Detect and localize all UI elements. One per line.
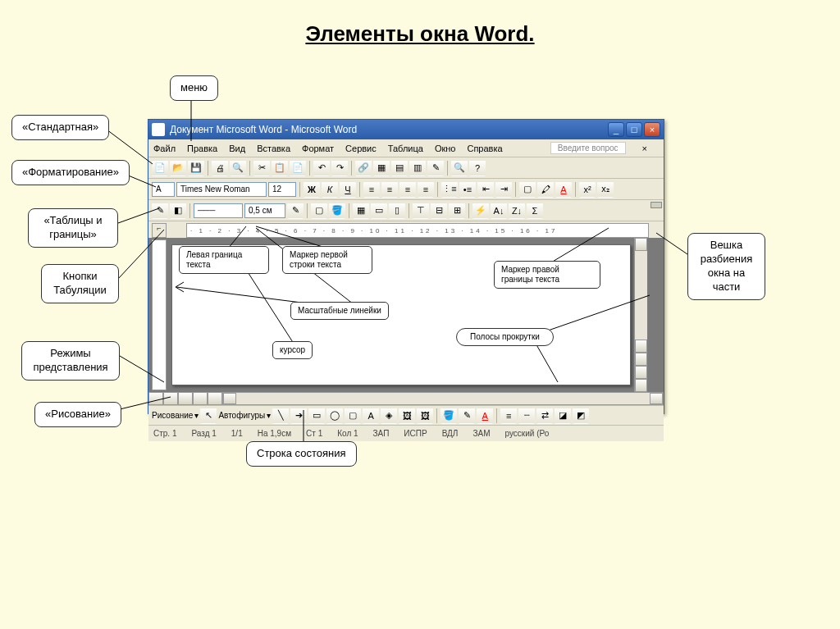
scroll-right-icon[interactable]	[650, 393, 663, 404]
select-icon[interactable]: ↖	[200, 408, 217, 424]
undo-icon[interactable]: ↶	[313, 160, 330, 176]
font-combo[interactable]: Times New Roman	[176, 182, 267, 197]
insert-table-icon[interactable]: ▦	[353, 203, 369, 219]
distribute-rows-icon[interactable]: ⊟	[431, 203, 447, 219]
standard-toolbar[interactable]: 📄 📂 💾 🖨 🔍 ✂ 📋 📄 ↶ ↷ 🔗 ▦ ▤ ▥ ✎ 🔍 ?	[148, 157, 664, 179]
preview-icon[interactable]: 🔍	[230, 160, 246, 176]
justify-icon[interactable]: ≡	[418, 181, 434, 198]
wordart-icon[interactable]: A	[363, 408, 379, 424]
menu-view[interactable]: Вид	[229, 144, 245, 153]
size-combo[interactable]: 12	[268, 182, 296, 197]
save-icon[interactable]: 💾	[188, 160, 204, 176]
autoformat-icon[interactable]: ⚡	[472, 203, 489, 219]
style-combo[interactable]: A	[152, 182, 175, 197]
scroll-up-icon[interactable]	[635, 238, 647, 251]
zoom-icon[interactable]: 🔍	[451, 160, 468, 176]
font-color-icon[interactable]: A	[555, 181, 572, 198]
bold-icon[interactable]: Ж	[304, 181, 320, 198]
superscript-icon[interactable]: x²	[579, 181, 596, 198]
align-top-icon[interactable]: ⊤	[413, 203, 429, 219]
cut-icon[interactable]: ✂	[253, 160, 270, 176]
align-right-icon[interactable]: ≡	[399, 181, 416, 198]
outline-view-icon[interactable]	[193, 392, 208, 405]
horizontal-scrollbar[interactable]	[222, 392, 664, 405]
scroll-left-icon[interactable]	[223, 393, 236, 404]
subscript-icon[interactable]: x₂	[597, 181, 614, 198]
ask-question-box[interactable]: Введите вопрос	[550, 142, 626, 154]
menu-help[interactable]: Справка	[467, 144, 502, 153]
line-weight-icon[interactable]: ≡	[500, 408, 517, 424]
split-handle[interactable]	[651, 202, 662, 208]
autosum-icon[interactable]: Σ	[527, 203, 543, 219]
maximize-button[interactable]: □	[626, 122, 642, 137]
drawing-icon[interactable]: ✎	[427, 160, 444, 176]
merge-icon[interactable]: ▭	[371, 203, 387, 219]
fill-icon[interactable]: 🪣	[329, 203, 345, 219]
tab-selector[interactable]: ⌐	[152, 223, 167, 238]
columns-icon[interactable]: ▥	[409, 160, 426, 176]
arrow-style-icon[interactable]: ⇄	[536, 408, 553, 424]
close-button[interactable]: ×	[644, 122, 660, 137]
underline-icon[interactable]: Ч	[340, 181, 356, 198]
menu-tools[interactable]: Сервис	[345, 144, 377, 153]
reading-view-icon[interactable]	[208, 392, 222, 405]
fill-color-icon[interactable]: 🪣	[441, 408, 457, 424]
italic-icon[interactable]: К	[322, 181, 338, 198]
oval-icon[interactable]: ◯	[326, 408, 343, 424]
normal-view-icon[interactable]	[148, 392, 163, 405]
draw-table-icon[interactable]: ✎	[152, 203, 168, 219]
menu-table[interactable]: Таблица	[388, 144, 423, 153]
prev-page-icon[interactable]	[635, 353, 647, 366]
vertical-scrollbar[interactable]	[634, 238, 647, 392]
titlebar[interactable]: Документ Microsoft Word - Microsoft Word…	[148, 120, 664, 139]
autoshapes-menu[interactable]: Автофигуры	[218, 411, 265, 420]
highlight-icon[interactable]: 🖍	[537, 181, 554, 198]
3d-icon[interactable]: ◩	[573, 408, 589, 424]
pen-color-icon[interactable]: ✎	[287, 203, 304, 219]
menu-edit[interactable]: Правка	[187, 144, 217, 153]
menu-file[interactable]: Файл	[153, 144, 176, 153]
menu-window[interactable]: Окно	[435, 144, 456, 153]
textbox-icon[interactable]: ▢	[345, 408, 361, 424]
split-icon[interactable]: ▯	[389, 203, 405, 219]
view-mode-buttons[interactable]	[148, 392, 222, 405]
bullets-icon[interactable]: •≡	[459, 181, 476, 198]
clipart-icon[interactable]: 🖼	[399, 408, 415, 424]
line-icon[interactable]: ╲	[272, 408, 289, 424]
next-page-icon[interactable]	[635, 379, 647, 392]
open-icon[interactable]: 📂	[170, 160, 186, 176]
distribute-cols-icon[interactable]: ⊞	[449, 203, 465, 219]
help-icon[interactable]: ?	[469, 160, 486, 176]
web-view-icon[interactable]	[163, 392, 178, 405]
diagram-icon[interactable]: ◈	[381, 408, 397, 424]
shadow-icon[interactable]: ◪	[555, 408, 571, 424]
eraser-icon[interactable]: ◧	[170, 203, 186, 219]
drawing-toolbar[interactable]: Рисование▾ ↖ Автофигуры▾ ╲ ➔ ▭ ◯ ▢ A ◈ 🖼…	[148, 405, 664, 425]
formatting-toolbar[interactable]: A Times New Roman 12 Ж К Ч ≡ ≡ ≡ ≡ ⋮≡ •≡…	[148, 179, 664, 200]
browse-object-icon[interactable]	[635, 366, 647, 379]
rect-icon[interactable]: ▭	[308, 408, 325, 424]
drawing-menu[interactable]: Рисование	[152, 411, 193, 420]
indent-combo[interactable]: 0,5 см	[244, 203, 285, 218]
horizontal-ruler[interactable]: · 1 · 2 · 3 · 4 · 5 · 6 · 7 · 8 · 9 · 10…	[186, 223, 649, 238]
paste-icon[interactable]: 📄	[290, 160, 306, 176]
copy-icon[interactable]: 📋	[272, 160, 288, 176]
table-icon[interactable]: ▦	[373, 160, 390, 176]
minimize-button[interactable]: _	[608, 122, 624, 137]
new-icon[interactable]: 📄	[152, 160, 168, 176]
numbering-icon[interactable]: ⋮≡	[441, 181, 458, 198]
excel-icon[interactable]: ▤	[391, 160, 408, 176]
line-style-combo[interactable]: ───	[194, 203, 243, 218]
align-left-icon[interactable]: ≡	[363, 181, 380, 198]
tables-borders-toolbar[interactable]: ✎ ◧ ─── 0,5 см ✎ ▢ 🪣 ▦ ▭ ▯ ⊤ ⊟ ⊞ ⚡ A↓ Z↓…	[148, 200, 664, 221]
scroll-down-icon[interactable]	[635, 340, 647, 353]
borders-icon[interactable]: ▢	[519, 181, 536, 198]
vertical-ruler[interactable]	[152, 239, 167, 390]
text-color-icon[interactable]: A	[477, 408, 493, 424]
menubar[interactable]: Файл Правка Вид Вставка Формат Сервис Та…	[148, 139, 664, 157]
print-view-icon[interactable]	[178, 392, 193, 405]
dash-icon[interactable]: ┄	[518, 408, 535, 424]
link-icon[interactable]: 🔗	[355, 160, 372, 176]
indent-icon[interactable]: ⇥	[495, 181, 512, 198]
border-icon[interactable]: ▢	[311, 203, 327, 219]
